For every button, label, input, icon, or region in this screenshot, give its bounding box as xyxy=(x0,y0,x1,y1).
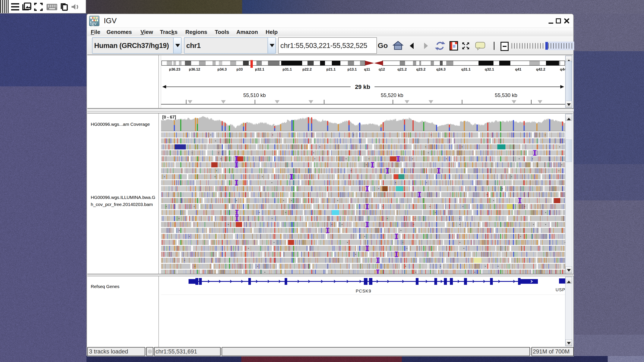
svg-text:p36.23: p36.23 xyxy=(169,67,180,71)
svg-text:q23.2: q23.2 xyxy=(416,67,425,71)
svg-text:p31.1: p31.1 xyxy=(282,67,292,71)
svg-text:55,520 kb: 55,520 kb xyxy=(381,92,403,98)
svg-text:p21.1: p21.1 xyxy=(326,67,336,71)
svg-text:q42.2: q42.2 xyxy=(536,67,545,71)
svg-text:q41: q41 xyxy=(515,67,521,71)
svg-text:55,510 kb: 55,510 kb xyxy=(243,92,266,98)
svg-text:p34.3: p34.3 xyxy=(217,67,226,71)
svg-text:55,530 kb: 55,530 kb xyxy=(495,92,517,98)
svg-text:p32.1: p32.1 xyxy=(255,67,264,71)
svg-text:q12: q12 xyxy=(378,67,385,71)
svg-text:q21.2: q21.2 xyxy=(398,67,406,71)
svg-text:q24.3: q24.3 xyxy=(436,67,446,71)
svg-text:igv: igv xyxy=(90,20,97,26)
svg-text:q31.1: q31.1 xyxy=(461,67,470,71)
svg-text:q32.1: q32.1 xyxy=(485,67,494,71)
svg-text:p22.2: p22.2 xyxy=(302,67,312,71)
svg-text:p33: p33 xyxy=(236,67,242,71)
svg-text:q11: q11 xyxy=(364,67,370,71)
svg-text:p36.12: p36.12 xyxy=(189,67,200,71)
svg-text:29 kb: 29 kb xyxy=(355,84,370,90)
svg-text:p13.1: p13.1 xyxy=(348,67,356,71)
